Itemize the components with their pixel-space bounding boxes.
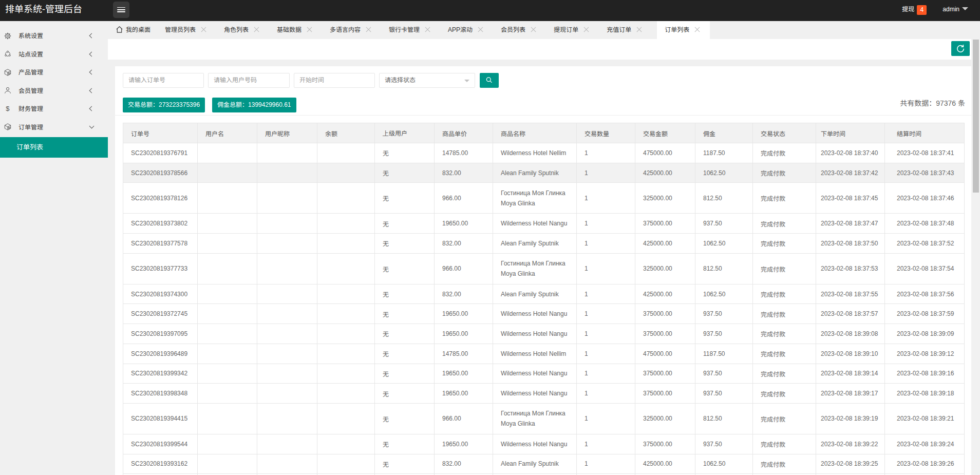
svg-text:$: $ bbox=[6, 105, 10, 112]
